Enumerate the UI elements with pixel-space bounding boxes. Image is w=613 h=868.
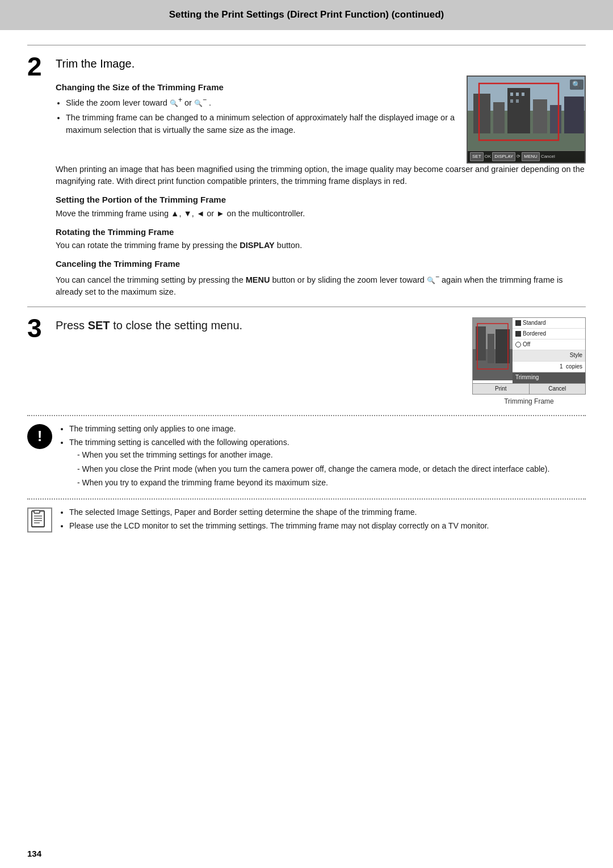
step-3-image: Standard Bordered Off: [472, 317, 586, 406]
step2-divider: [27, 307, 586, 307]
page-wrapper: Setting the Print Settings (Direct Print…: [0, 0, 613, 868]
svg-text:🔍: 🔍: [572, 80, 581, 89]
rotating-para: You can rotate the trimming frame by pre…: [56, 240, 586, 252]
step-2-inner: Changing the Size of the Trimming Frame …: [56, 76, 586, 163]
camera-buttons-bar: SET OK DISPLAY ⟳ MENU Cancel: [468, 151, 585, 162]
building-svg: 🔍: [468, 77, 586, 150]
note-1-list: The trimming setting only applies to one…: [69, 423, 586, 488]
note-1-bullet-2: The trimming setting is cancelled with t…: [69, 437, 586, 488]
note-1-sub-2: When you close the Print mode (when you …: [77, 463, 586, 475]
canceling-heading: Canceling the Trimming Frame: [56, 258, 586, 270]
note-1-sub-3: When you try to expand the trimming fram…: [77, 477, 586, 488]
bullet-item: Slide the zoom lever toward 🔍+ or 🔍− .: [66, 95, 456, 110]
step-3-block: 3 Press SET to close the setting menu.: [27, 317, 586, 406]
standard-checkbox: [515, 320, 521, 326]
note-1-sub-1: When you set the trimming settings for a…: [77, 449, 586, 460]
note-2-bullet-2: Please use the LCD monitor to set the tr…: [69, 520, 586, 531]
building-scene: 🔍 SET OK DISPLAY ⟳ MENU: [468, 77, 585, 162]
svg-rect-11: [510, 99, 513, 103]
trimming-row: Trimming: [513, 372, 585, 383]
changing-size-para: When printing an image that has been mag…: [56, 163, 586, 188]
zoom-in-symbol: 🔍: [170, 99, 178, 107]
canceling-para: You can cancel the trimming setting by p…: [56, 272, 586, 299]
bullet-item: The trimming frame can be changed to a m…: [66, 112, 456, 137]
svg-rect-3: [493, 102, 505, 133]
off-radio: [515, 342, 521, 347]
off-option: Off: [513, 339, 585, 350]
svg-rect-8: [510, 93, 513, 96]
menu-btn: MENU: [522, 152, 540, 161]
memo-svg: [31, 510, 49, 530]
svg-rect-23: [34, 510, 40, 513]
off-label: Off: [523, 341, 530, 349]
note-1-sublist: When you set the trimming settings for a…: [77, 449, 586, 488]
thumb-svg: [473, 318, 513, 380]
bordered-option: Bordered: [513, 329, 585, 339]
display-btn: DISPLAY: [492, 152, 515, 161]
step-2-content: Trim the Image. Changing the Size of the…: [56, 56, 586, 303]
settings-panel-inner: Standard Bordered Off: [473, 318, 585, 383]
style-label: Style: [570, 352, 582, 358]
svg-rect-12: [516, 99, 519, 103]
step-3-number: 3: [27, 315, 48, 341]
zoom-out-symbol: 🔍: [194, 99, 203, 107]
step-3-suffix: to close the setting menu.: [110, 319, 242, 332]
warning-icon: !: [27, 424, 52, 449]
svg-rect-2: [473, 94, 490, 133]
trimming-frame-caption: Trimming Frame: [472, 397, 586, 406]
header-divider: [27, 45, 586, 45]
trimming-label: Trimming: [515, 374, 539, 380]
memo-icon: [27, 508, 52, 532]
set-btn: SET: [470, 152, 484, 161]
svg-rect-9: [516, 93, 519, 96]
changing-size-heading: Changing the Size of the Trimming Frame: [56, 81, 456, 94]
rotate-label: ⟳: [517, 153, 520, 160]
page-title: Setting the Print Settings (Direct Print…: [23, 8, 590, 22]
note-block-2: The selected Image Settings, Paper and B…: [27, 506, 586, 534]
page-number: 134: [0, 842, 613, 868]
step-2-image: 🔍 SET OK DISPLAY ⟳ MENU: [467, 76, 586, 163]
settings-bottom-bar: Print Cancel: [473, 383, 585, 395]
camera-screen-inner: 🔍 SET OK DISPLAY ⟳ MENU: [468, 77, 585, 162]
step-2-number: 2: [27, 53, 48, 79]
step-3-content: Press SET to close the setting menu.: [56, 317, 586, 406]
copies-label: copies: [566, 363, 582, 370]
note2-top-sep: [27, 498, 586, 500]
step-2-block: 2 Trim the Image. Changing the Size of t…: [27, 56, 586, 303]
step-2-text: Changing the Size of the Trimming Frame …: [56, 76, 456, 140]
svg-rect-6: [550, 105, 561, 133]
step-3-title: Press SET to close the setting menu.: [56, 317, 461, 334]
setting-portion-para: Move the trimming frame using ▲, ▼, ◄ or…: [56, 208, 586, 220]
changing-size-bullets: Slide the zoom lever toward 🔍+ or 🔍− . T…: [66, 95, 456, 136]
settings-options: Standard Bordered Off: [513, 318, 585, 383]
print-btn[interactable]: Print: [473, 384, 530, 395]
svg-rect-5: [533, 99, 547, 133]
note-2-list: The selected Image Settings, Paper and B…: [69, 506, 586, 532]
note-2-text: The selected Image Settings, Paper and B…: [60, 506, 586, 534]
camera-screen: 🔍 SET OK DISPLAY ⟳ MENU: [467, 76, 586, 163]
style-row: Style: [513, 350, 585, 362]
bordered-label: Bordered: [523, 330, 546, 338]
header-band: Setting the Print Settings (Direct Print…: [0, 0, 613, 30]
note-1-text: The trimming setting only applies to one…: [60, 423, 586, 490]
setting-portion-heading: Setting the Portion of the Trimming Fram…: [56, 194, 586, 206]
standard-label: Standard: [523, 319, 546, 327]
svg-rect-19: [488, 334, 494, 363]
standard-option: Standard: [513, 318, 585, 329]
svg-rect-10: [522, 93, 524, 96]
settings-photo-thumb: [473, 318, 513, 380]
svg-rect-7: [564, 97, 584, 133]
settings-panel: Standard Bordered Off: [472, 317, 586, 395]
cancel-label: Cancel: [541, 153, 555, 160]
step-3-bold: SET: [88, 319, 110, 332]
rotating-heading: Rotating the Trimming Frame: [56, 226, 586, 238]
ok-label: OK: [485, 153, 492, 160]
note-2-bullet-1: The selected Image Settings, Paper and B…: [69, 506, 586, 518]
content-area: 2 Trim the Image. Changing the Size of t…: [0, 30, 613, 842]
bordered-checkbox: [515, 331, 521, 337]
step-3-inner: Press SET to close the setting menu.: [56, 317, 586, 406]
copies-row: 1 copies: [513, 362, 585, 373]
step-2-title: Trim the Image.: [56, 56, 586, 72]
step-3-prefix: Press: [56, 319, 88, 332]
cancel-btn[interactable]: Cancel: [530, 384, 586, 395]
